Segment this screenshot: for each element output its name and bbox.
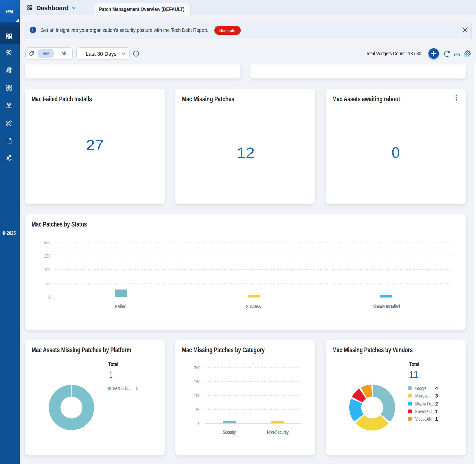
svg-text:Total Widgets Count : 18 / 80: Total Widgets Count : 18 / 80 xyxy=(366,51,421,56)
